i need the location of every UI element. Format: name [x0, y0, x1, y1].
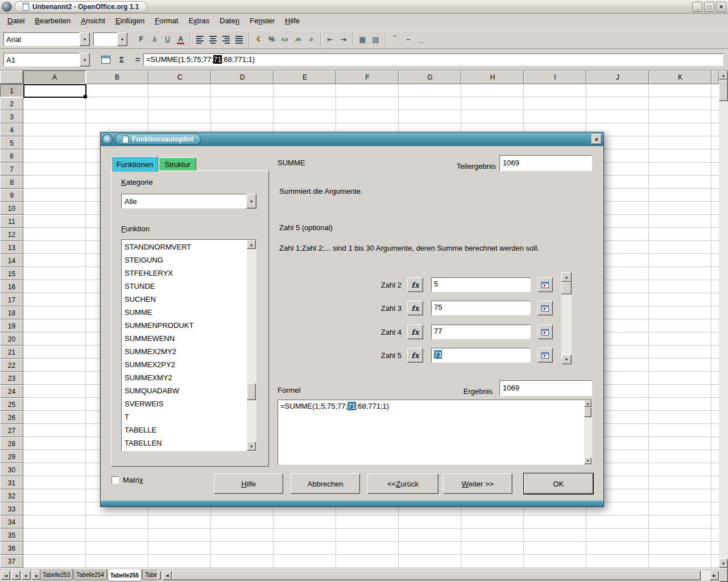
category-input[interactable]	[121, 194, 246, 209]
row-header-21[interactable]: 21	[0, 346, 23, 359]
function-item-summexmy2[interactable]: SUMMEXMY2	[122, 371, 247, 384]
scroll-left-icon[interactable]: ◀	[163, 571, 172, 580]
weiter-button[interactable]: Weiter >>	[443, 473, 512, 494]
row-header-31[interactable]: 31	[0, 476, 23, 489]
formula-box-scrollbar-thumb[interactable]	[584, 407, 592, 417]
column-header-e[interactable]: E	[274, 70, 336, 84]
add-decimal-place-icon[interactable]: ,00	[291, 32, 304, 46]
row-header-5[interactable]: 5	[0, 136, 23, 149]
window-title-pill[interactable]: Unbenannt2 - OpenOffice.org 1.1	[14, 1, 147, 13]
row-header-28[interactable]: 28	[0, 437, 23, 450]
row-header-24[interactable]: 24	[0, 385, 23, 398]
function-item-summewenn[interactable]: SUMMEWENN	[122, 332, 247, 345]
function-autopilot-button[interactable]: fx	[407, 325, 423, 339]
scroll-right-icon[interactable]: ▶	[710, 571, 719, 580]
column-header-b[interactable]: B	[86, 70, 148, 84]
function-item-summe[interactable]: SUMME	[122, 306, 247, 319]
row-header-30[interactable]: 30	[0, 463, 23, 476]
maximize-button[interactable]: □	[704, 2, 714, 12]
row-header-14[interactable]: 14	[0, 254, 23, 267]
column-header-a[interactable]: A	[23, 70, 86, 84]
row-header-10[interactable]: 10	[0, 202, 23, 215]
row-header-36[interactable]: 36	[0, 542, 23, 555]
function-item-summenprodukt[interactable]: SUMMENPRODUKT	[122, 319, 247, 332]
scroll-down-icon[interactable]: ▼	[584, 458, 592, 464]
column-header-g[interactable]: G	[399, 70, 461, 84]
argument-scrollbar-thumb[interactable]	[561, 282, 572, 294]
shrink-button[interactable]	[537, 325, 553, 339]
align-bottom-icon[interactable]: _	[415, 32, 428, 46]
row-header-25[interactable]: 25	[0, 398, 23, 411]
function-item-sverweis[interactable]: SVERWEIS	[122, 397, 247, 410]
align-right-icon[interactable]	[220, 32, 233, 46]
argument-scrollbar[interactable]: ▲ ▼	[561, 272, 572, 364]
row-header-32[interactable]: 32	[0, 489, 23, 502]
decrease-indent-icon[interactable]: ⇤	[324, 32, 337, 46]
row-header-4[interactable]: 4	[0, 123, 23, 136]
font-size-input[interactable]	[93, 32, 117, 46]
function-item-stunde[interactable]: STUNDE	[122, 280, 247, 293]
sum-icon[interactable]: Σ	[115, 53, 129, 66]
function-list-scrollbar-thumb[interactable]	[247, 383, 256, 400]
column-header-k[interactable]: K	[649, 70, 712, 84]
function-item-stfehleryx[interactable]: STFEHLERYX	[122, 267, 247, 280]
scroll-down-icon[interactable]: ▼	[719, 559, 728, 568]
align-top-icon[interactable]: ‾	[388, 32, 402, 46]
function-item-summex2my2[interactable]: SUMMEX2MY2	[122, 345, 247, 358]
align-center-icon[interactable]	[206, 32, 220, 46]
function-autopilot-button[interactable]: fx	[407, 301, 423, 315]
column-header-h[interactable]: H	[461, 70, 524, 84]
row-header-23[interactable]: 23	[0, 372, 23, 385]
sheet-tab-tabelle254[interactable]: Tabelle254	[73, 569, 106, 580]
row-header-9[interactable]: 9	[0, 189, 23, 202]
row-header-1[interactable]: 1	[0, 84, 23, 97]
menu-bearbeiten[interactable]: Bearbeiten	[30, 14, 76, 28]
font-name-combo[interactable]: ▼	[3, 32, 90, 46]
row-header-37[interactable]: 37	[0, 555, 23, 568]
underline-icon[interactable]: U	[161, 32, 174, 46]
ok-button[interactable]: OK	[524, 473, 593, 494]
increase-indent-icon[interactable]: ⇥	[337, 32, 350, 46]
row-header-34[interactable]: 34	[0, 516, 23, 529]
sheet-tab-tabelle253[interactable]: Tabelle253	[40, 569, 73, 580]
zurueck-button[interactable]: << Zurück	[367, 473, 439, 494]
menu-extras[interactable]: Extras	[183, 14, 214, 28]
column-header-d[interactable]: D	[211, 70, 274, 84]
menu-fenster[interactable]: Fenster	[245, 14, 280, 28]
font-name-input[interactable]	[3, 32, 80, 46]
abbrechen-button[interactable]: Abbrechen	[291, 473, 360, 494]
horizontal-scrollbar-thumb[interactable]	[172, 571, 701, 580]
formula-box-scrollbar[interactable]: ▲ ▼	[584, 400, 592, 464]
tab-struktur[interactable]: Struktur	[159, 157, 196, 171]
next-sheet-button[interactable]: ▶	[22, 571, 31, 580]
function-item-suchen[interactable]: SUCHEN	[122, 293, 247, 306]
font-size-combo[interactable]: ▼	[93, 32, 127, 46]
menu-daten[interactable]: Daten	[214, 14, 245, 28]
cell-reference-combo[interactable]: ▼	[3, 53, 90, 66]
minimize-button[interactable]: _	[692, 2, 702, 12]
row-header-8[interactable]: 8	[0, 176, 23, 189]
hilfe-button[interactable]: Hilfe	[214, 473, 283, 494]
arg-input-zahl-4[interactable]: 77	[431, 325, 531, 339]
row-header-18[interactable]: 18	[0, 306, 23, 319]
arg-input-zahl-3[interactable]: 75	[431, 301, 531, 315]
scroll-down-icon[interactable]: ▼	[247, 442, 256, 451]
background-color-icon[interactable]: ▧	[369, 32, 382, 46]
fill-handle[interactable]	[84, 95, 87, 98]
row-header-26[interactable]: 26	[0, 411, 23, 424]
bold-icon[interactable]: F	[135, 32, 148, 46]
scroll-up-icon[interactable]: ▲	[247, 240, 256, 249]
vertical-scrollbar-thumb[interactable]	[719, 80, 728, 101]
sheet-tab-tabelle255[interactable]: Tabelle255	[107, 569, 142, 581]
function-list-scrollbar[interactable]: ▲ ▼	[247, 240, 256, 451]
previous-sheet-button[interactable]: ◀	[11, 571, 20, 580]
font-color-icon[interactable]: A	[174, 32, 187, 46]
close-button[interactable]: ×	[716, 2, 726, 12]
sheet-tab-tabelle[interactable]: Tabelle	[142, 569, 157, 580]
function-item-steigung[interactable]: STEIGUNG	[122, 253, 247, 267]
function-item-tabellen[interactable]: TABELLEN	[122, 436, 247, 450]
matrix-checkbox[interactable]	[111, 476, 119, 484]
column-header-j[interactable]: J	[586, 70, 649, 84]
cell-reference-input[interactable]	[3, 53, 80, 66]
vertical-scrollbar[interactable]: ▲ ▼	[719, 70, 728, 568]
